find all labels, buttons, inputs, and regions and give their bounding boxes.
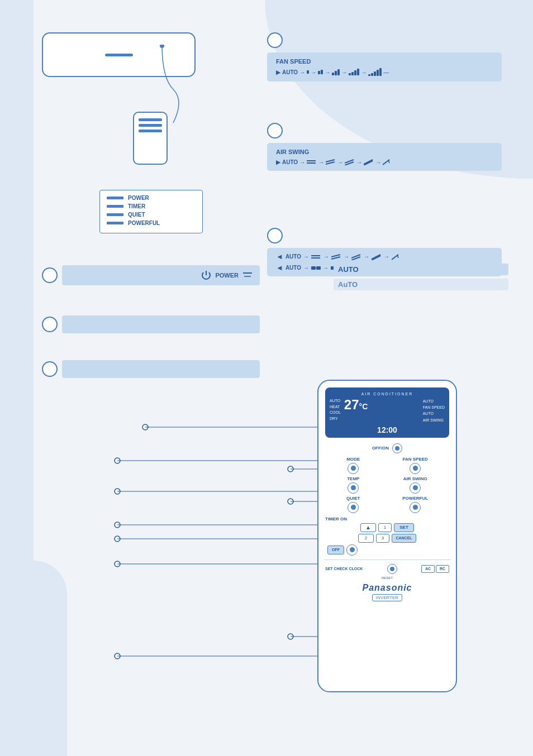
remote-off-on-row: OFF/ON xyxy=(318,441,456,456)
swing-pos-4-icon xyxy=(364,159,374,165)
remote-modes-list: AUTO HEAT COOL DRY xyxy=(330,398,341,422)
remote-powerful-button[interactable] xyxy=(410,502,421,513)
remote-brand-label: Panasonic xyxy=(318,583,456,593)
remote-large-illustration: AIR CONDITIONER AUTO HEAT COOL DRY 27°C … xyxy=(317,380,457,692)
led-indicators-box: POWER TIMER QUIET POWERFUL xyxy=(99,190,203,233)
remote-screen: AIR CONDITIONER AUTO HEAT COOL DRY 27°C … xyxy=(325,387,449,438)
svg-point-30 xyxy=(115,489,120,494)
fan-speed-sequence: ▶ AUTO → → → → xyxy=(276,68,493,76)
led-bar-power xyxy=(107,197,123,199)
ac-unit-dash xyxy=(105,54,133,56)
remote-set-button[interactable]: SET xyxy=(394,523,414,532)
svg-point-26 xyxy=(115,458,120,463)
svg-line-3 xyxy=(326,160,335,162)
remote-rc-button[interactable]: RC xyxy=(436,565,449,573)
svg-line-14 xyxy=(331,257,340,259)
remote-timer-2-button[interactable]: 2 xyxy=(358,534,374,543)
remote-fan-speed-button[interactable] xyxy=(410,463,421,474)
remote-air-swing-label: AIR SWING xyxy=(403,476,427,481)
air-swing-1-label: AIR SWING xyxy=(276,149,493,155)
remote-inverter-label: INVERTER xyxy=(372,594,402,601)
led-bar-quiet xyxy=(107,213,123,216)
led-label-powerful: POWERFUL xyxy=(128,220,160,226)
remote-mode-button[interactable] xyxy=(348,463,359,474)
remote-timer-3-button[interactable]: 3 xyxy=(376,534,389,543)
svg-point-28 xyxy=(288,466,293,472)
mode-section-circle xyxy=(42,317,58,332)
mode-section xyxy=(42,315,260,333)
fan-speed-label: FAN SPEED xyxy=(276,58,493,65)
power-label: POWER xyxy=(215,272,239,279)
swing-pos-2-icon xyxy=(326,159,336,165)
power-lines-icon xyxy=(242,271,253,280)
remote-ac-button[interactable]: AC xyxy=(421,565,435,573)
auto-label-1: AUTO xyxy=(334,264,508,275)
led-row-quiet: QUIET xyxy=(107,212,196,218)
remote-mode-label: MODE xyxy=(346,457,360,462)
power-symbol-icon xyxy=(201,270,212,281)
power-section: POWER xyxy=(42,265,260,285)
remote-air-swing-button[interactable] xyxy=(410,482,421,494)
svg-line-13 xyxy=(331,255,340,257)
swing-pos-1-icon xyxy=(307,159,317,165)
remote-off-button[interactable]: OFF xyxy=(327,546,344,554)
led-label-timer: TIMER xyxy=(128,203,145,209)
led-label-power: POWER xyxy=(128,195,149,201)
remote-timer-up-button[interactable]: ▲ xyxy=(360,523,376,532)
remote-quiet-powerful-row: QUIET POWERFUL xyxy=(318,495,456,514)
remote-mode-fanspeed-row: MODE FAN SPEED xyxy=(318,456,456,475)
power-section-circle xyxy=(42,267,58,283)
temp-bar xyxy=(62,360,260,378)
remote-temp-label: TEMP xyxy=(347,476,359,481)
remote-circle-btn-bottom[interactable] xyxy=(346,544,358,556)
led-row-timer: TIMER xyxy=(107,203,196,209)
fan-speed-section: FAN SPEED ▶ AUTO → → → → xyxy=(267,32,502,82)
remote-time-display: 12:00 xyxy=(330,425,445,434)
power-bar: POWER xyxy=(62,265,260,285)
svg-point-34 xyxy=(115,522,120,528)
callout-lines-svg xyxy=(34,380,318,692)
led-label-quiet: QUIET xyxy=(128,212,145,218)
remote-off-on-label: OFF/ON xyxy=(372,446,389,451)
remote-timer-label: TIMER ON xyxy=(325,516,449,521)
remote-quiet-button[interactable] xyxy=(348,502,359,513)
svg-point-36 xyxy=(115,536,120,542)
fan-speed-diagram-bar: FAN SPEED ▶ AUTO → → → → xyxy=(267,52,502,82)
swing-pos-5-icon xyxy=(383,159,391,165)
remote-temp-display: 27°C xyxy=(344,398,368,412)
remote-cancel-button[interactable]: CANCEL xyxy=(392,534,416,543)
remote-bottom-row: SET CHECK CLOCK AC RC xyxy=(318,562,456,576)
remote-check-button[interactable] xyxy=(387,564,397,574)
led-bar-timer xyxy=(107,205,123,208)
temp-section xyxy=(42,360,260,378)
air-swing-1-circle xyxy=(267,123,283,138)
mode-bar xyxy=(62,315,260,333)
remote-set-check-clock-label: SET CHECK CLOCK xyxy=(325,567,363,571)
remote-timer-area: TIMER ON ▲ 1 SET 2 3 CANCEL OFF xyxy=(318,514,456,558)
air-swing-up-row: ◄ AUTO → → → → → xyxy=(276,252,493,261)
remote-quiet-label: QUIET xyxy=(346,496,360,501)
svg-point-42 xyxy=(115,653,120,659)
svg-point-38 xyxy=(115,561,120,567)
remote-rc-reset-label: RESET xyxy=(318,576,456,581)
auto-label-2: AuTO xyxy=(334,279,508,290)
led-bar-powerful xyxy=(107,222,123,224)
remote-temp-button[interactable] xyxy=(348,482,359,494)
swing-pos-3-icon xyxy=(345,159,355,165)
led-row-powerful: POWERFUL xyxy=(107,220,196,226)
svg-point-0 xyxy=(160,45,164,48)
remote-timer-1-button[interactable]: 1 xyxy=(378,523,392,532)
air-swing-1-diagram-bar: AIR SWING ▶ AUTO → → → xyxy=(267,143,502,171)
air-swing-section-1: AIR SWING ▶ AUTO → → → xyxy=(267,123,502,171)
remote-brand-area: Panasonic INVERTER xyxy=(318,583,456,601)
svg-point-24 xyxy=(142,424,148,430)
remote-fan-speed-label: FAN SPEED xyxy=(402,457,427,462)
remote-right-indicators: AUTO FAN SPEED AUTO AIR SWING xyxy=(423,398,445,423)
remote-powerful-label: POWERFUL xyxy=(402,496,428,501)
remote-top-illustration xyxy=(133,112,168,165)
svg-point-32 xyxy=(288,499,293,504)
remote-off-on-button[interactable] xyxy=(392,443,402,453)
temp-section-circle xyxy=(42,361,58,377)
remote-screen-title: AIR CONDITIONER xyxy=(330,392,445,396)
air-swing-2-circle xyxy=(267,228,283,243)
